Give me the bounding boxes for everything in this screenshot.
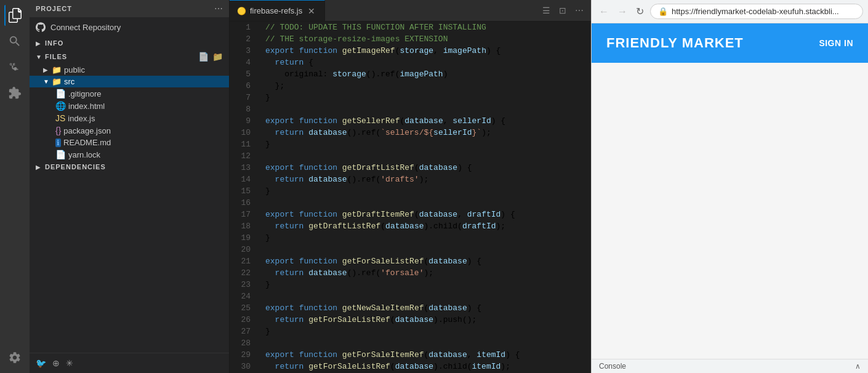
line-number: 26 [235, 314, 251, 326]
line-number: 4 [235, 57, 251, 68]
line-number: 6 [235, 80, 251, 92]
line-number: 17 [235, 209, 251, 220]
lock-icon: 🔒 [658, 7, 668, 16]
tree-item-src[interactable]: ▼ 📁 src [30, 76, 229, 87]
code-line: return database().ref('forsale'); [265, 267, 586, 279]
browser-body [592, 63, 868, 359]
back-button[interactable]: ← [597, 6, 611, 18]
code-content[interactable]: // TODO: UPDATE THIS FUNCTION AFTER INST… [260, 22, 591, 373]
firebase-refs-tab[interactable]: 🟡 firebase-refs.js ✕ [230, 0, 325, 21]
line-number: 2 [235, 33, 251, 45]
tree-item-readme[interactable]: ℹ README.md [30, 137, 229, 148]
slack-icon[interactable]: ✳ [66, 358, 73, 368]
files-icon[interactable] [4, 5, 25, 26]
code-line: export function getForSaleItemRef(databa… [265, 349, 586, 361]
twitter-icon[interactable]: 🐦 [36, 358, 46, 368]
sign-in-button[interactable]: SIGN IN [819, 38, 853, 48]
line-number: 22 [235, 267, 251, 279]
line-number: 29 [235, 349, 251, 361]
line-number: 10 [235, 127, 251, 138]
files-chevron[interactable]: ▼ [36, 54, 42, 60]
sidebar-menu-icon[interactable]: ⋯ [214, 4, 223, 14]
forward-button[interactable]: → [615, 6, 630, 18]
settings-icon[interactable] [4, 347, 25, 368]
line-number: 27 [235, 326, 251, 337]
line-number: 19 [235, 232, 251, 244]
code-line: export function getDraftItemRef(database… [265, 209, 586, 220]
editor-tabs: 🟡 firebase-refs.js ✕ ☰ ⊡ ⋯ [230, 0, 591, 22]
line-number: 13 [235, 162, 251, 174]
github-bottom-icon[interactable]: ⊕ [52, 358, 60, 368]
files-header-icons: 📄 📁 [198, 52, 223, 62]
tree-item-gitignore[interactable]: 📄 .gitignore [30, 87, 229, 100]
code-line: export function getForSaleListRef(databa… [265, 255, 586, 267]
code-line: return { [265, 57, 586, 68]
url-text: https://friendlymarket-codelab-xeufuh.st… [672, 7, 839, 16]
console-chevron[interactable]: ∧ [855, 362, 861, 371]
dependencies-section-header[interactable]: ▶ DEPENDENCIES [30, 161, 229, 173]
code-line: } [265, 326, 586, 337]
index-html-label: index.html [68, 102, 223, 111]
src-folder-icon: 📁 [52, 77, 62, 86]
source-control-icon[interactable] [4, 57, 25, 78]
icon-bar [0, 0, 30, 373]
project-label: PROJECT [36, 5, 72, 12]
split-editor-icon[interactable]: ☰ [540, 3, 553, 18]
refresh-button[interactable]: ↻ [633, 6, 646, 18]
address-bar[interactable]: 🔒 https://friendlymarket-codelab-xeufuh.… [650, 4, 863, 19]
files-header-left: ▼ FILES [36, 53, 67, 60]
line-number: 16 [235, 197, 251, 209]
public-chevron: ▶ [43, 66, 49, 73]
tab-actions: ☰ ⊡ ⋯ [540, 3, 591, 18]
code-line: export function getDraftListRef(database… [265, 162, 586, 174]
code-line: // TODO: UPDATE THIS FUNCTION AFTER INST… [265, 22, 586, 33]
code-line [265, 150, 586, 162]
code-line [265, 291, 586, 302]
json-icon: {} [55, 126, 61, 135]
app-title: FRIENDLY MARKET [606, 35, 744, 51]
line-number: 28 [235, 337, 251, 349]
line-number: 21 [235, 255, 251, 267]
code-line: return getForSaleListRef(database).push(… [265, 314, 586, 326]
tree-item-package-json[interactable]: {} package.json [30, 124, 229, 137]
gitignore-label: .gitignore [68, 89, 223, 98]
search-icon[interactable] [4, 31, 25, 52]
line-number: 8 [235, 103, 251, 115]
tree-item-public[interactable]: ▶ 📁 public [30, 64, 229, 76]
line-number: 15 [235, 185, 251, 197]
code-line: export function getImageRef(storage, ima… [265, 45, 586, 57]
line-number: 20 [235, 244, 251, 255]
code-line: return database().ref('drafts'); [265, 174, 586, 185]
code-line: } [265, 279, 586, 291]
connect-repo-button[interactable]: Connect Repository [30, 17, 229, 37]
info-section-header[interactable]: ▶ INFO [30, 37, 229, 49]
public-folder-icon: 📁 [52, 65, 62, 74]
layout-icon[interactable]: ⊡ [557, 3, 569, 18]
line-number: 14 [235, 174, 251, 185]
line-number: 3 [235, 45, 251, 57]
sidebar-header: PROJECT ⋯ [30, 0, 229, 17]
md-icon: ℹ [55, 138, 61, 147]
public-label: public [64, 65, 223, 74]
gitignore-icon: 📄 [55, 89, 66, 98]
editor-area: 🟡 firebase-refs.js ✕ ☰ ⊡ ⋯ 1234567891011… [230, 0, 591, 373]
code-line [265, 337, 586, 349]
new-file-icon[interactable]: 📄 [198, 52, 209, 62]
extensions-icon[interactable] [4, 82, 25, 103]
tree-item-yarn-lock[interactable]: 📄 yarn.lock [30, 148, 229, 161]
html-icon: 🌐 [55, 101, 66, 111]
tree-item-index-html[interactable]: 🌐 index.html [30, 100, 229, 112]
index-js-label: index.js [68, 114, 223, 123]
src-chevron: ▼ [43, 78, 49, 85]
more-actions-icon[interactable]: ⋯ [573, 3, 586, 18]
line-number: 7 [235, 92, 251, 103]
github-icon [36, 22, 46, 32]
new-folder-icon[interactable]: 📁 [212, 52, 223, 62]
dependencies-label: DEPENDENCIES [45, 163, 106, 170]
browser-content: FRIENDLY MARKET SIGN IN [592, 23, 868, 359]
code-line: original: storage().ref(imagePath) [265, 68, 586, 80]
tab-close-button[interactable]: ✕ [306, 6, 317, 17]
code-line: } [265, 92, 586, 103]
line-number: 1 [235, 22, 251, 33]
tree-item-index-js[interactable]: JS index.js [30, 112, 229, 124]
